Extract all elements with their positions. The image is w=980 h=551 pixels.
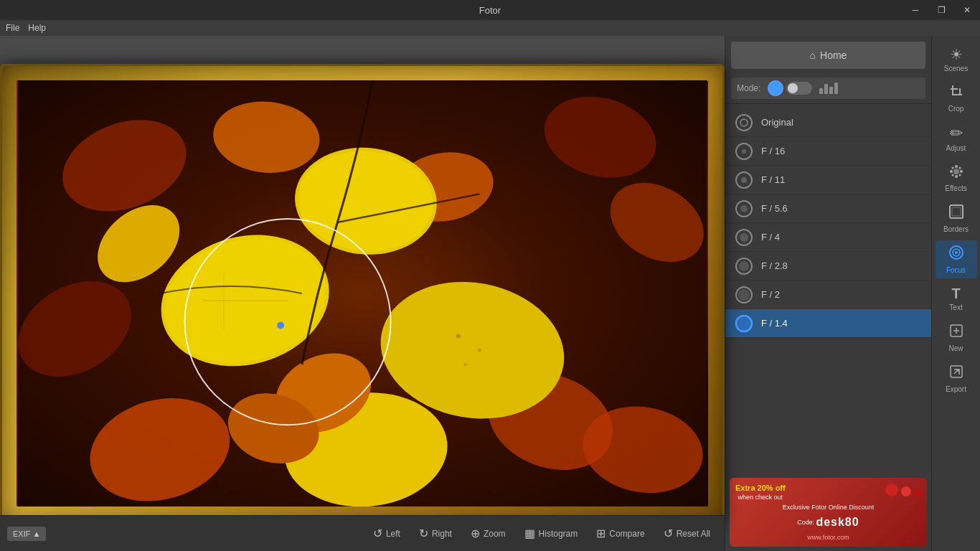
focus-f11-label: F / 11 [761,174,785,185]
app-title: Fotor [479,5,501,16]
focus-icon [948,245,964,265]
toolbar-actions: ↺ Left ↻ Right ⊕ Zoom ▦ Histogram ⊞ Co [366,524,717,543]
promo-decoration [885,484,921,496]
effects-icon [948,164,964,183]
focus-item-original[interactable]: Original [725,108,931,137]
mode-label: Mode: [737,83,760,93]
mode-bars-icon[interactable] [819,83,838,94]
mode-selector: Mode: [731,77,925,99]
rotate-right-button[interactable]: ↻ Right [412,524,459,543]
menu-file[interactable]: File [6,23,19,33]
home-label: Home [820,50,847,61]
focus-f4-label: F / 4 [761,232,780,242]
bottom-toolbar: EXIF ▲ ↺ Left ↻ Right ⊕ Zoom ▦ Histogram [0,515,725,551]
sidebar: ⌂ Home Mode: [725,36,931,551]
minimize-button[interactable]: ─ [903,0,928,20]
tool-effects[interactable]: Effects [936,159,977,197]
svg-point-26 [736,115,752,131]
compare-button[interactable]: ⊞ Compare [589,524,651,543]
svg-point-25 [277,322,284,329]
compare-icon: ⊞ [596,527,606,540]
svg-rect-57 [952,207,961,216]
focus-item-f16[interactable]: F / 16 [725,137,931,166]
mode-switch[interactable] [786,82,812,95]
tool-export[interactable]: Export [936,359,977,397]
focus-item-f56[interactable]: F / 5.6 [725,194,931,223]
bar3 [829,87,833,94]
focus-f14-label: F / 1.4 [761,318,788,329]
focus-item-f4[interactable]: F / 4 [725,223,931,252]
new-label: New [948,344,963,352]
histogram-button[interactable]: ▦ Histogram [517,524,585,543]
reset-label: Reset All [677,529,710,539]
svg-rect-45 [959,88,961,95]
crop-icon [948,84,964,103]
promo-code: desk80 [816,516,859,529]
focus-item-f11[interactable]: F / 11 [725,166,931,194]
restore-button[interactable]: ❐ [928,0,954,20]
tool-adjust[interactable]: ✏ Adjust [936,120,977,156]
focus-item-f2[interactable]: F / 2 [725,281,931,309]
focus-f28-icon [734,256,754,276]
focus-f56-icon [734,199,754,219]
focus-f2-label: F / 2 [761,289,780,300]
adjust-label: Adjust [946,144,966,152]
svg-point-54 [951,174,953,176]
svg-point-49 [955,175,958,178]
focus-item-f28[interactable]: F / 2.8 [725,252,931,281]
tool-borders[interactable]: Borders [936,199,977,237]
tool-scenes[interactable]: ☀ Scenes [936,42,977,77]
svg-point-52 [951,167,953,169]
text-icon: T [951,286,960,302]
close-button[interactable]: ✕ [954,0,980,20]
svg-point-18 [478,349,481,352]
rotate-left-label: Left [386,529,400,539]
menu-help[interactable]: Help [28,23,46,33]
effects-label: Effects [945,184,966,192]
svg-point-50 [950,170,953,173]
crop-label: Crop [948,105,964,113]
compare-label: Compare [609,529,644,539]
histogram-label: Histogram [539,529,578,539]
home-button[interactable]: ⌂ Home [731,42,925,69]
window-controls: ─ ❐ ✕ [903,0,980,20]
tool-focus[interactable]: Focus [936,240,977,278]
rotate-left-button[interactable]: ↺ Left [366,524,407,543]
right-tool-strip: ☀ Scenes Crop ✏ Adjust [931,36,980,551]
borders-label: Borders [943,225,969,233]
text-label: Text [949,303,962,311]
promo-banner[interactable]: Extra 20% off when check out Exclusive F… [730,478,927,547]
home-icon: ⌂ [810,50,816,61]
mode-switch-knob [788,83,798,93]
rotate-right-icon: ↻ [419,527,428,540]
photo-canvas[interactable] [17,80,708,507]
focus-original-icon [734,113,754,133]
svg-rect-43 [952,85,953,95]
bar2 [824,84,828,94]
tool-text[interactable]: T Text [936,281,977,316]
svg-point-27 [740,119,748,126]
reset-all-button[interactable]: ↺ Reset All [656,524,717,543]
promo-url: www.fotor.com [735,534,921,541]
export-label: Export [946,385,966,393]
svg-point-17 [456,334,461,338]
focus-f2-icon [734,285,754,305]
focus-f14-icon [734,314,754,334]
svg-point-53 [958,167,961,169]
reset-icon: ↺ [664,527,673,540]
tool-crop[interactable]: Crop [936,80,977,117]
focus-f11-icon [734,170,754,190]
focus-list: Original F / 16 [725,105,931,474]
tool-new[interactable]: New [936,319,977,357]
focus-f16-icon [734,141,754,161]
mode-circle-icon[interactable] [768,80,783,96]
promo-code-prefix: Code: [797,519,814,526]
promo-description: Exclusive Fotor Online Discount [735,504,921,511]
adjust-icon: ✏ [950,124,963,143]
svg-point-51 [960,170,963,173]
exif-button[interactable]: EXIF ▲ [7,527,46,541]
focus-item-f14[interactable]: F / 1.4 [725,309,931,338]
zoom-button[interactable]: ⊕ Zoom [463,524,513,543]
focus-f4-icon [734,227,754,248]
zoom-label: Zoom [484,529,506,539]
